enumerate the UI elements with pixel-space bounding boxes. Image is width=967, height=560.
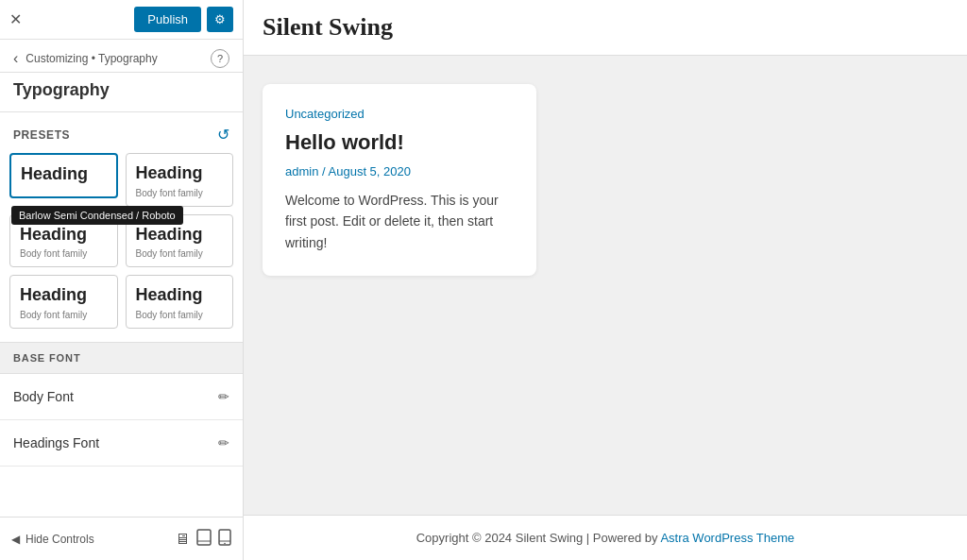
preset-card-5[interactable]: Heading Body font family [9,275,118,329]
preview-header: Silent Swing [244,0,967,56]
preset-card-3[interactable]: Heading Body font family [9,214,118,268]
settings-button[interactable]: ⚙ [207,7,233,32]
svg-rect-2 [219,530,230,545]
presets-grid: Heading Barlow Semi Condensed / Roboto H… [0,153,243,342]
footer-link[interactable]: Astra WordPress Theme [660,531,794,545]
preset-card-6[interactable]: Heading Body font family [126,275,234,329]
headings-font-row: Headings Font ✏ [0,420,243,467]
blog-card: Uncategorized Hello world! admin / Augus… [263,84,536,276]
back-button[interactable]: ‹ [13,50,18,67]
preview-footer: Copyright © 2024 Silent Swing | Powered … [244,515,967,560]
blog-body: Welcome to WordPress. This is your first… [285,190,514,253]
presets-header: Presets ↺ [0,112,243,153]
hide-controls-button[interactable]: ◀ Hide Controls [11,533,94,546]
panel-body: Presets ↺ Heading Barlow Semi Condensed … [0,112,243,560]
hide-controls-icon: ◀ [11,533,20,546]
footer-text: Copyright © 2024 Silent Swing | Powered … [416,531,661,545]
breadcrumb-bar: ‹ Customizing • Typography ? [0,40,243,73]
left-panel: ✕ Publish ⚙ ‹ Customizing • Typography ?… [0,0,244,560]
preset-subtext-2: Body font family [136,188,224,198]
mobile-button[interactable] [218,529,231,550]
preset-heading-6: Heading [136,285,224,306]
preset-heading-1: Heading [21,164,107,185]
preset-card-1[interactable]: Heading Barlow Semi Condensed / Roboto [9,153,118,198]
publish-button[interactable]: Publish [134,7,201,32]
blog-meta: admin / August 5, 2020 [285,164,514,178]
preset-heading-2: Heading [136,163,224,184]
body-font-edit-button[interactable]: ✏ [218,389,229,404]
headings-font-edit-button[interactable]: ✏ [218,435,229,450]
preset-subtext-5: Body font family [20,310,108,320]
preset-heading-3: Heading [20,225,108,246]
help-button[interactable]: ? [211,49,229,68]
reset-button[interactable]: ↺ [217,126,229,144]
hide-controls-label: Hide Controls [25,533,94,546]
headings-font-label: Headings Font [13,435,99,450]
body-font-row: Body Font ✏ [0,374,243,420]
preset-heading-4: Heading [136,225,224,246]
right-preview: Silent Swing Uncategorized Hello world! … [244,0,967,560]
base-font-section: BASE FONT [0,342,243,374]
breadcrumb: Customizing • Typography [25,52,203,65]
preset-subtext-3: Body font family [20,248,108,259]
preset-card-wrapper-1: Heading Barlow Semi Condensed / Roboto [9,153,118,207]
site-title: Silent Swing [263,13,948,42]
panel-title: Typography [0,73,243,112]
bottom-bar: ◀ Hide Controls 🖥 [0,517,243,560]
top-bar: ✕ Publish ⚙ [0,0,243,40]
preset-card-2[interactable]: Heading Body font family [126,153,234,207]
preset-subtext-6: Body font family [136,310,224,320]
device-buttons: 🖥 [175,529,231,550]
svg-point-4 [224,542,226,544]
preview-content: Uncategorized Hello world! admin / Augus… [244,56,967,515]
preset-card-4[interactable]: Heading Body font family [126,214,234,268]
body-font-label: Body Font [13,389,74,404]
desktop-button[interactable]: 🖥 [175,529,190,550]
svg-rect-0 [197,530,211,545]
presets-label: Presets [13,128,70,142]
preset-subtext-4: Body font family [136,248,224,259]
blog-title: Hello world! [285,130,514,155]
preset-heading-5: Heading [20,285,108,306]
tablet-button[interactable] [195,529,212,550]
blog-category[interactable]: Uncategorized [285,107,514,121]
close-button[interactable]: ✕ [9,12,22,27]
